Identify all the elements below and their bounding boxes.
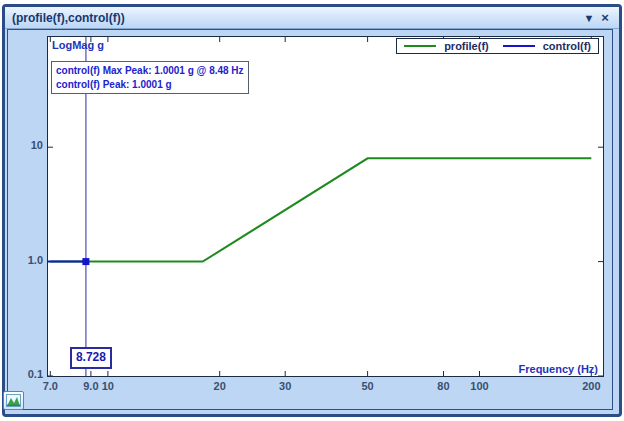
x-tick-label: 200 bbox=[582, 380, 600, 392]
y-axis-title: LogMag g bbox=[52, 39, 104, 51]
chart-panel: LogMag g profile(f) control(f) control(f… bbox=[7, 29, 613, 410]
y-tick-label: 1.0 bbox=[8, 254, 43, 266]
x-tick-label: 9.0 bbox=[83, 380, 98, 392]
legend: profile(f) control(f) bbox=[396, 38, 599, 54]
control-line-swatch bbox=[503, 45, 535, 47]
chart-window: (profile(f),control(f)) ▼ × LogMag g pro… bbox=[2, 4, 622, 417]
title-bar[interactable]: (profile(f),control(f)) ▼ × bbox=[5, 7, 619, 29]
annotation-peak: control(f) Peak: 1.0001 g bbox=[56, 78, 244, 92]
legend-item-control: control(f) bbox=[503, 40, 591, 52]
x-tick-label: 7.0 bbox=[43, 380, 58, 392]
x-tick-label: 50 bbox=[361, 380, 373, 392]
y-tick-label: 10 bbox=[8, 139, 43, 151]
legend-item-profile: profile(f) bbox=[404, 40, 503, 52]
chart-image-icon bbox=[6, 394, 21, 407]
annotation-max-peak: control(f) Max Peak: 1.0001 g @ 8.48 Hz bbox=[56, 64, 244, 78]
x-tick-label: 80 bbox=[437, 380, 449, 392]
x-axis-title: Frequency (Hz) bbox=[519, 363, 598, 375]
profile-line-swatch bbox=[404, 45, 436, 47]
plot-area[interactable]: LogMag g profile(f) control(f) control(f… bbox=[47, 36, 604, 377]
x-tick-label: 10 bbox=[102, 380, 114, 392]
window-close-icon[interactable]: × bbox=[597, 10, 613, 25]
legend-label-control: control(f) bbox=[543, 40, 591, 52]
legend-label-profile: profile(f) bbox=[444, 40, 489, 52]
x-tick-label: 30 bbox=[279, 380, 291, 392]
x-tick-label: 20 bbox=[214, 380, 226, 392]
chart-image-icon-button[interactable] bbox=[3, 391, 24, 410]
y-tick-label: 0.1 bbox=[8, 368, 43, 380]
peak-annotation-box: control(f) Max Peak: 1.0001 g @ 8.48 Hz … bbox=[51, 61, 249, 94]
window-title: (profile(f),control(f)) bbox=[5, 11, 125, 25]
cursor-frequency-readout[interactable]: 8.728 bbox=[70, 347, 112, 369]
trace-profile(f) bbox=[50, 158, 591, 261]
window-menu-dropdown-icon[interactable]: ▼ bbox=[581, 12, 597, 24]
x-tick-label: 100 bbox=[470, 380, 488, 392]
control-cursor-marker[interactable] bbox=[82, 258, 89, 265]
